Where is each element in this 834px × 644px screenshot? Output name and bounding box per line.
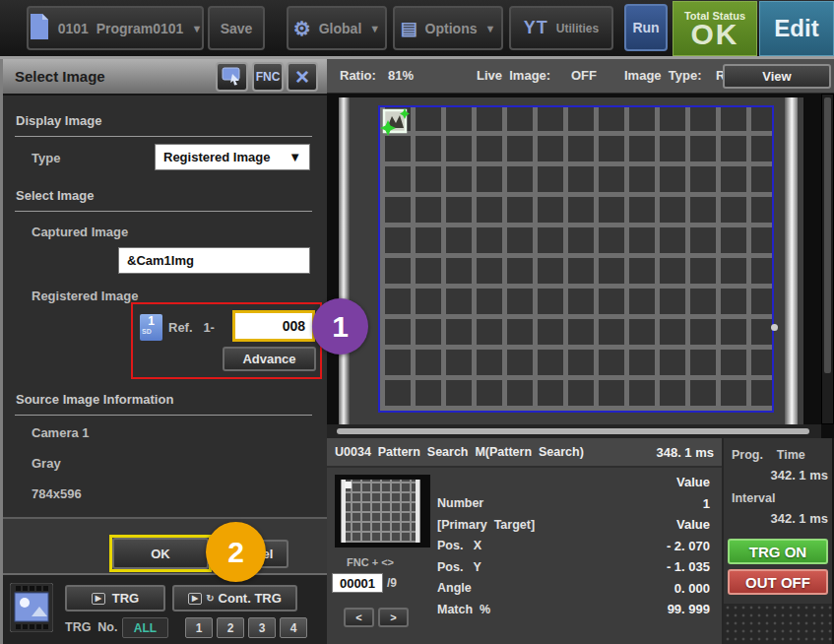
section-select-image: Select Image: [16, 188, 95, 203]
table-row: Pos. X - 2. 070: [437, 536, 710, 557]
value-column-header: Value: [676, 475, 710, 489]
chevron-down-icon: ▼: [289, 150, 301, 164]
tray-edge-highlight-left: [339, 97, 350, 424]
live-image-value: OFF: [571, 68, 597, 83]
sd-card-label: SD: [140, 328, 162, 335]
dialog-title: Select Image: [15, 59, 105, 94]
row-value: 99. 999: [668, 602, 710, 616]
prog-time-value: 342. 1 ms: [770, 468, 828, 483]
results-body: FNC + <> 00001 /9 < > Value Number 1 [Pr…: [327, 468, 722, 642]
registered-image-highlight-box: 1 SD Ref. 1- 008 Advance: [131, 302, 322, 379]
total-status-indicator: Total Status OK: [673, 1, 757, 56]
section-source-info: Source Image Information: [16, 392, 173, 407]
unit-time: 348. 1 ms: [656, 445, 714, 460]
fiducial-dot: [771, 324, 778, 331]
captured-image-label: Captured Image: [32, 225, 128, 239]
vertical-scrollbar-thumb[interactable]: [824, 97, 831, 373]
trg-button[interactable]: ▶ TRG: [65, 585, 165, 612]
select-image-dialog: Select Image FNC × Display Image Type Re…: [0, 59, 327, 644]
program-selector[interactable]: 0101 Program0101 ▼: [27, 6, 204, 50]
ok-button[interactable]: OK: [112, 538, 209, 569]
pattern-search-results: U0034 Pattern Search M(Pattern Search) 3…: [327, 438, 724, 644]
play-icon: ▶: [92, 593, 105, 605]
table-header-row: Value: [437, 472, 710, 493]
interval-label: Interval: [732, 491, 775, 505]
chevron-down-icon: ▼: [191, 23, 202, 34]
divider: [15, 211, 312, 212]
trg-no-4-button[interactable]: 4: [280, 617, 307, 638]
result-thumbnail: [335, 475, 430, 547]
view-button[interactable]: View: [723, 64, 831, 89]
sd-card-icon: 1 SD: [140, 314, 162, 341]
prev-result-button[interactable]: <: [344, 608, 374, 627]
ratio-label: Ratio:: [340, 68, 376, 83]
thumbnail-edge-left: [342, 480, 346, 543]
thumbnail-grid: [341, 480, 420, 543]
horizontal-scrollbar[interactable]: [327, 424, 821, 438]
cont-trg-button[interactable]: ▶ ↻ Cont. TRG: [172, 585, 297, 612]
gear-icon: ⚙: [293, 17, 311, 40]
trg-no-2-button[interactable]: 2: [217, 617, 244, 638]
annotation-step-2: 2: [206, 522, 266, 582]
prog-time-label: Prog. Time: [732, 448, 805, 462]
utilities-button[interactable]: YT Utilities: [509, 6, 613, 50]
unit-title: U0034 Pattern Search M(Pattern Search): [335, 445, 584, 459]
source-color-mode: Gray: [32, 456, 61, 471]
results-header: U0034 Pattern Search M(Pattern Search) 3…: [327, 438, 722, 468]
annotation-step-1: 1: [312, 298, 368, 354]
live-image-label: Live Image:: [477, 68, 550, 83]
trg-no-label: TRG No.: [65, 620, 117, 634]
green-target-marker-icon: [380, 107, 410, 141]
table-row: Pos. Y - 1. 035: [437, 556, 710, 578]
type-dropdown[interactable]: Registered Image ▼: [155, 144, 310, 170]
search-region-roi: [378, 105, 774, 413]
trg-no-1-button[interactable]: 1: [185, 617, 213, 638]
out-off-indicator[interactable]: OUT OFF: [728, 569, 828, 595]
monitor-pointer-icon: [222, 66, 243, 89]
options-button[interactable]: ▤ Options ▼: [393, 6, 503, 50]
horizontal-scrollbar-thumb[interactable]: [337, 428, 809, 434]
viewer-info-bar: Ratio: 81% Live Image: OFF Image Type: R…: [327, 59, 834, 94]
utilities-label: Utilities: [556, 22, 599, 35]
thumbnail-marker: [345, 482, 352, 488]
ref-number-input[interactable]: 008: [235, 313, 312, 339]
type-label: Type: [32, 151, 60, 165]
thumbnail-edge-right: [416, 480, 419, 543]
next-result-button[interactable]: >: [378, 608, 409, 627]
cont-trg-label: Cont. TRG: [219, 591, 282, 606]
vertical-scrollbar[interactable]: [821, 94, 834, 424]
table-row: [Primary Target] Value: [437, 514, 710, 536]
edit-button[interactable]: Edit: [759, 1, 834, 56]
camera-image-canvas: [327, 94, 834, 438]
chevron-down-icon: ▼: [485, 23, 496, 34]
trg-label: TRG: [112, 591, 139, 606]
run-button[interactable]: Run: [624, 4, 668, 51]
advance-button[interactable]: Advance: [223, 347, 316, 371]
fnc-nav-label: FNC + <>: [347, 556, 394, 568]
fnc-button[interactable]: FNC: [252, 62, 284, 92]
row-value: 1: [703, 496, 710, 511]
perforated-panel-texture: [724, 604, 832, 644]
save-button[interactable]: Save: [208, 6, 265, 50]
close-icon: ×: [295, 63, 309, 91]
captured-image-input[interactable]: &Cam1Img: [118, 247, 310, 274]
source-camera: Camera 1: [32, 425, 90, 440]
ok-highlight-box: OK: [109, 535, 212, 572]
dialog-titlebar: Select Image FNC ×: [3, 59, 327, 96]
row-label: Angle: [437, 581, 472, 595]
registered-image-label: Registered Image: [32, 289, 138, 303]
global-label: Global: [319, 21, 362, 36]
result-value-table: Value Number 1 [Primary Target] Value Po…: [437, 472, 710, 620]
options-label: Options: [425, 21, 478, 36]
screen-select-button[interactable]: [216, 62, 248, 92]
result-page-total: /9: [387, 576, 397, 590]
global-button[interactable]: ⚙ Global ▼: [287, 6, 387, 50]
status-panel: Prog. Time 342. 1 ms Interval 342. 1 ms …: [724, 438, 832, 644]
sd-card-number: 1: [140, 314, 162, 328]
trg-no-all-button[interactable]: ALL: [122, 617, 168, 638]
result-page-input[interactable]: 00001: [332, 573, 383, 593]
trg-on-indicator[interactable]: TRG ON: [728, 539, 828, 564]
close-button[interactable]: ×: [287, 62, 318, 92]
trg-no-3-button[interactable]: 3: [248, 617, 276, 638]
divider: [15, 136, 312, 137]
